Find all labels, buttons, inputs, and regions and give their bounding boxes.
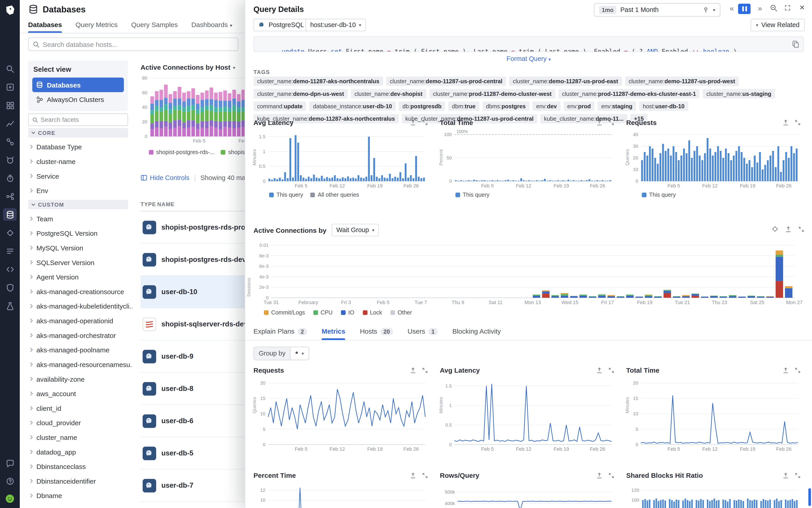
ci-pipelines-icon[interactable] bbox=[3, 190, 17, 202]
chat-icon[interactable] bbox=[3, 457, 17, 469]
expand-icon[interactable] bbox=[795, 119, 801, 126]
legend-item[interactable]: This query bbox=[269, 192, 303, 198]
legend-item[interactable]: This query bbox=[456, 192, 489, 198]
legend-item[interactable]: Other bbox=[390, 309, 412, 315]
tag-chip[interactable]: cluster_name:demo-11287-us-prod-east bbox=[509, 77, 622, 86]
security-icon[interactable] bbox=[3, 281, 17, 293]
sql-query-box[interactable]: update Users set First_name = trim ( Fir… bbox=[254, 37, 804, 52]
facet-row[interactable]: SQLServer Version bbox=[28, 255, 132, 270]
facet-row[interactable]: aks-managed-kubeletidentitycli... bbox=[28, 299, 132, 313]
facet-row[interactable]: Dbinstanceidentifier bbox=[28, 474, 132, 489]
percent-time-metric-chart[interactable]: 121086420Feb 5Feb 12Feb 19Feb 26 bbox=[254, 481, 428, 508]
labs-icon[interactable] bbox=[3, 299, 17, 312]
time-range-picker[interactable]: 1mo Past 1 Month ▾ bbox=[594, 3, 720, 17]
detail-tab[interactable]: Users1 bbox=[408, 328, 438, 340]
facet-group-custom[interactable]: CUSTOM bbox=[28, 200, 128, 209]
export-icon[interactable] bbox=[782, 472, 789, 479]
tag-chip[interactable]: cluster_name:prod-11287-demo-eks-cluster… bbox=[558, 89, 700, 98]
export-icon[interactable] bbox=[596, 367, 603, 374]
detail-tab[interactable]: Blocking Activity bbox=[452, 328, 501, 340]
tag-chip[interactable]: cluster_name:demo-11287-us-prod-central bbox=[386, 77, 506, 86]
host-filter-dropdown[interactable]: host:user-db-10 ▾ bbox=[306, 19, 366, 31]
metrics-icon[interactable] bbox=[3, 117, 17, 129]
export-icon[interactable] bbox=[782, 119, 789, 126]
requests-chart[interactable]: 010203040Feb 5Feb 12Feb 19Feb 26 bbox=[626, 128, 801, 189]
facet-row[interactable]: aks-managed-orchestrator bbox=[28, 328, 132, 343]
copy-icon[interactable] bbox=[792, 41, 799, 48]
rows-query-metric-chart[interactable]: 500k400k300k200kFeb 5Feb 12Feb 19Feb 26 bbox=[440, 481, 615, 508]
legend-item[interactable]: All other queries bbox=[310, 192, 359, 198]
expand-icon[interactable] bbox=[422, 472, 428, 479]
facet-row[interactable]: availability-zone bbox=[28, 372, 132, 386]
facet-row[interactable]: datadog_app bbox=[28, 444, 132, 459]
tag-chip[interactable]: cluster_name:us-staging bbox=[703, 89, 775, 98]
facet-row[interactable]: Dbname bbox=[28, 489, 132, 503]
expand-icon[interactable] bbox=[608, 119, 615, 126]
legend-item[interactable]: CPU bbox=[313, 309, 333, 315]
facet-row[interactable]: MySQL Version bbox=[28, 241, 132, 255]
legend-item[interactable]: shopist-postgres-rds-... bbox=[149, 149, 215, 155]
legend-item[interactable]: IO bbox=[341, 309, 354, 315]
tag-chip[interactable]: cluster_name:demo-11287-aks-northcentral… bbox=[254, 77, 383, 86]
tag-chip[interactable]: db:postgresdb bbox=[399, 101, 445, 111]
facet-row[interactable]: aks-managed-poolname bbox=[28, 342, 132, 357]
export-icon[interactable] bbox=[410, 367, 416, 374]
apm-icon[interactable] bbox=[3, 172, 17, 184]
datadog-logo-icon[interactable] bbox=[4, 4, 15, 15]
view-item-alwayson-clusters[interactable]: AlwaysOn Clusters bbox=[32, 92, 124, 107]
wait-group-chart[interactable]: 02e-34e-36e-38e-30.01Tue 31FebruaryFri 3… bbox=[254, 239, 804, 306]
pin-icon[interactable] bbox=[702, 7, 709, 13]
detail-tab[interactable]: Metrics bbox=[322, 328, 345, 340]
integrations-icon[interactable] bbox=[3, 135, 17, 148]
tag-chip[interactable]: host:user-db-10 bbox=[639, 101, 688, 111]
total-time-chart[interactable]: 050100Feb 5Feb 12Feb 19Feb 26100% bbox=[440, 128, 615, 189]
help-icon[interactable] bbox=[3, 475, 17, 487]
facet-row[interactable]: Env bbox=[28, 183, 132, 198]
legend-item[interactable]: This query bbox=[642, 192, 676, 198]
facet-row[interactable]: aks-managed-resourcenamesu... bbox=[28, 357, 132, 372]
expand-icon[interactable] bbox=[608, 367, 615, 374]
shared-blocks-metric-chart[interactable]: 120100806040200Feb 5Feb 12Feb 19Feb 26 bbox=[626, 481, 801, 508]
search-icon[interactable] bbox=[3, 62, 17, 75]
export-icon[interactable] bbox=[410, 472, 416, 479]
facet-row[interactable]: cloud_provider bbox=[28, 416, 132, 430]
wait-group-dropdown[interactable]: Wait Group ▾ bbox=[332, 224, 379, 236]
pause-button[interactable] bbox=[738, 4, 751, 14]
facet-row[interactable]: Agent Version bbox=[28, 269, 132, 284]
expand-icon[interactable] bbox=[422, 367, 428, 374]
infrastructure-icon[interactable] bbox=[3, 81, 17, 93]
tag-chip[interactable]: cluster_name:demo-dpn-us-west bbox=[254, 89, 348, 98]
tag-chip[interactable]: env:staging bbox=[598, 101, 636, 111]
facet-row[interactable]: Service bbox=[28, 169, 132, 183]
legend-item[interactable]: Lock bbox=[363, 309, 382, 315]
close-icon[interactable]: × bbox=[800, 3, 805, 13]
export-icon[interactable] bbox=[596, 472, 603, 479]
facet-row[interactable]: aks-managed-creationsource bbox=[28, 284, 132, 299]
facet-search-input[interactable] bbox=[41, 116, 124, 123]
avg-latency-chart[interactable]: 00.511.5Feb 5Feb 12Feb 19Feb 26 bbox=[254, 128, 428, 189]
hide-controls-button[interactable]: Hide Controls bbox=[140, 174, 189, 181]
zoom-out-icon[interactable] bbox=[770, 4, 778, 12]
tag-chip[interactable]: cluster_name:dev-shopist bbox=[351, 89, 426, 98]
tag-chip[interactable]: cluster_name:prod-11287-demo-cluster-wes… bbox=[429, 89, 555, 98]
export-icon[interactable] bbox=[782, 367, 789, 374]
time-forward-button[interactable]: » bbox=[758, 4, 762, 12]
panel-scrollbar[interactable] bbox=[808, 489, 811, 506]
facet-row[interactable]: Team bbox=[28, 211, 132, 226]
facet-row[interactable]: cluster-name bbox=[28, 154, 132, 169]
group-by-control[interactable]: Group by *▾ bbox=[254, 347, 309, 360]
facet-row[interactable]: cluster_name bbox=[28, 430, 132, 444]
view-related-button[interactable]: ▾ View Related bbox=[751, 19, 805, 31]
requests-metric-chart[interactable]: 05101520Feb 5Feb 12Feb 19Feb 26 bbox=[254, 376, 428, 453]
total-time-metric-chart[interactable]: 05101520Feb 5Feb 12Feb 19Feb 26 bbox=[626, 376, 801, 453]
tag-chip[interactable]: cluster_name:demo-11287-us-prod-west bbox=[625, 77, 739, 86]
user-avatar[interactable] bbox=[3, 493, 17, 505]
avg-latency-metric-chart[interactable]: 00.511.5Feb 5Feb 12Feb 19Feb 26 bbox=[440, 376, 615, 453]
expand-icon[interactable] bbox=[422, 119, 428, 126]
dashboards-icon[interactable] bbox=[3, 99, 17, 111]
view-item-databases[interactable]: Databases bbox=[32, 78, 124, 92]
detail-tab[interactable]: Hosts20 bbox=[360, 328, 393, 340]
tag-chip[interactable]: env:prod bbox=[564, 101, 595, 111]
tag-chip[interactable]: command:update bbox=[254, 101, 306, 111]
synthetics-icon[interactable] bbox=[3, 226, 17, 239]
